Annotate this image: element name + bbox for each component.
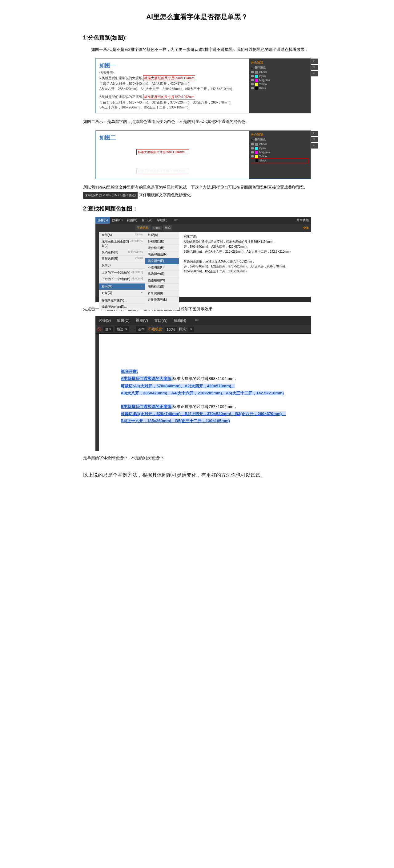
fig1-l2a: A类就是我们通常说的大度纸, [99,76,143,80]
eye-icon[interactable] [251,147,254,150]
eye-icon[interactable] [251,155,254,157]
tool-strip-2[interactable] [95,334,99,451]
toolbar: 不透明度: 100% 样式: 变换 [95,224,311,232]
workspace-label[interactable]: 基本功能 [294,217,311,224]
menu-view[interactable]: 视图(V) [125,217,139,224]
tool-strip[interactable] [95,232,99,297]
menu-effect[interactable]: 效果(C) [110,217,125,224]
section1-para3: 所以我们在AI里检查文件里所有的黑色是否为单黑时可以试一下这个方法,同样你也可以… [83,184,311,199]
menu-item[interactable]: 存储所选对象(S)... [99,297,145,304]
eye-icon[interactable] [251,71,254,73]
submenu-item[interactable]: 外观(A) [145,232,179,239]
menu2-select[interactable]: 选择(S) [95,316,114,325]
menu-item[interactable]: 现用画板上的全部对象(L)Alt+Ctrl+A [99,239,145,249]
channel-yellow[interactable]: Yellow [259,83,267,86]
opacity-value[interactable]: 100% [152,226,162,230]
menu-item[interactable]: 上方的下一个对象(V)Alt+Ctrl+] [99,270,145,276]
eye-icon[interactable] [251,83,254,85]
channel-cmyk-2[interactable]: CMYK [259,143,267,146]
submenu-item[interactable]: 符号实例(I) [145,290,179,297]
submenu-item[interactable]: 填色和描边(R) [145,251,179,258]
side-btn-3[interactable]: 分... [311,71,318,76]
overprint-checkbox[interactable] [251,67,253,69]
side-btn-1[interactable]: 文... [311,59,318,64]
eye-icon[interactable] [251,151,254,153]
opacity-label: 不透明度: [135,225,151,230]
menu-item[interactable]: 重新选择(R)Ctrl+6 [99,256,145,262]
swatch-cmyk [255,71,258,74]
side-btn-3b[interactable]: 分... [311,143,318,149]
eye-icon[interactable] [251,87,254,89]
submenu-item[interactable]: 不透明度(O) [145,265,179,271]
menu-item[interactable]: 对象(O)▸ [99,290,145,297]
opacity-value-2[interactable]: 100% [165,327,177,332]
swatch-cmyk [255,143,258,146]
transform-label[interactable]: 变换 [303,226,309,230]
channel-black-2[interactable]: Black [260,159,266,162]
menu-item[interactable]: 编辑所选对象(E)... [99,304,145,310]
eye-icon[interactable] [251,75,254,78]
style-label-2: 样式: [179,327,187,332]
swatch-cyan [255,75,258,78]
canvas-line: A类就是我们通常说的大度纸，标准大度纸的尺寸是898×1194mm， [184,240,299,244]
channel-cyan-2[interactable]: Cyan [259,147,266,150]
eye-icon[interactable] [251,79,254,81]
submenu-item[interactable]: 混合模式(B) [145,245,179,251]
fig1-l4: A3(大八开，285×420mm)、A4(大十六开，210×285mm)、A5(… [99,86,245,92]
channel-cmyk[interactable]: CMYK [259,70,267,74]
menu-item[interactable]: 取消选择(D)Shift+Ctrl+A [99,249,145,256]
swatch-magenta [255,151,258,154]
section2-para2: 是单黑的字体全部被选中，不是的则没被选中. [83,454,311,462]
submenu-item[interactable]: 链接块系列(L) [145,297,179,303]
overprint-checkbox-2[interactable] [251,139,253,141]
sel-text-a3: 可裁切:A1(大对开，570×840mm)、A2(大四开，420×570mm)、 [121,383,235,388]
menu-help[interactable]: 帮助(H) [155,217,170,224]
canvas-line: 开，520×740mm)、B2(正四开，370×520mm)、B3(正八开，26… [184,264,299,269]
channel-cyan[interactable]: Cyan [259,74,266,78]
swatch-magenta [255,79,258,82]
channel-magenta-2[interactable]: Magenta [259,151,270,154]
figure-2: 如图二 标准大度纸的尺寸是898×1194mm， 标准正度纸的尺寸是787×10… [95,130,311,179]
submenu-item[interactable]: 填充颜色(F) [145,258,179,265]
sel-text-a2: A类就是我们通常说的大度纸, [121,376,173,381]
channel-black[interactable]: Black [259,87,266,90]
fig2-red-text: 标准大度纸的尺寸是898×1194mm， [136,149,189,155]
menu-select[interactable]: 选择(S) [95,217,110,224]
tab-title-inline: 未标题-3* @ 200% (CMYK/叠印预览) [83,192,138,199]
opacity-label-2: 不透明度: [149,327,163,332]
menu2-help[interactable]: 帮助(H) [170,316,189,325]
menu-item[interactable]: 反向(I) [99,262,145,269]
submenu-item[interactable]: 图形样式(S) [145,284,179,290]
canvas-line: 常说的正度纸，标准正度纸的尺寸是787×1092mm， [184,259,299,264]
eye-icon[interactable] [251,143,254,146]
side-btn-2[interactable]: 对... [311,65,318,70]
sel-text-a4: A3(大八开，285×420mm)、A4(大十六开，210×285mm)、A5(… [121,391,284,395]
basic-button[interactable]: 基本 [136,326,146,332]
submenu-item[interactable]: 描边颜色(S) [145,271,179,277]
menu2-effect[interactable]: 效果(C) [114,316,133,325]
menu-item[interactable]: 相同(M)▸ [99,283,145,290]
plain-b1: 标准正度纸的尺寸是787×1092mm， [173,404,237,409]
menu-item[interactable]: 全部(A)Ctrl+A [99,232,145,239]
channel-yellow-2[interactable]: Yellow [259,155,267,158]
submenu-item[interactable]: 描边粗细(W) [145,277,179,284]
side-btn-2b[interactable]: 对... [311,137,318,142]
menu2-window[interactable]: 窗口(W) [151,316,170,325]
side-btn-1b[interactable]: 文... [311,131,318,136]
menu-window[interactable]: 窗口(W) [139,217,155,224]
menu2-view[interactable]: 视图(V) [133,316,151,325]
swatch-cyan [255,147,258,150]
panel-tab-title[interactable]: 分色预览 [251,60,309,65]
channel-magenta[interactable]: Magenta [259,79,270,82]
artboard: 纸张开度: A类就是我们通常说的大度纸,标准大度纸的尺寸是898×1194mm，… [99,334,304,451]
fig1-title: 如图一 [99,62,245,69]
submenu-item[interactable]: 外观属性(B) [145,239,179,245]
fig2-ghost-text: 标准正度纸的尺寸是787×1092mm， [136,168,189,174]
canvas-line [184,254,299,259]
overprint-label: 叠印预览 [255,66,266,70]
menu-item[interactable]: 下方的下一个对象(B)Alt+Ctrl+[ [99,276,145,283]
panel-tab-title-2[interactable]: 分色预览 [251,132,309,137]
fig1-line1: 纸张开度: [99,70,245,75]
swatch-black [255,87,258,90]
style-label: 样式: [163,225,173,230]
